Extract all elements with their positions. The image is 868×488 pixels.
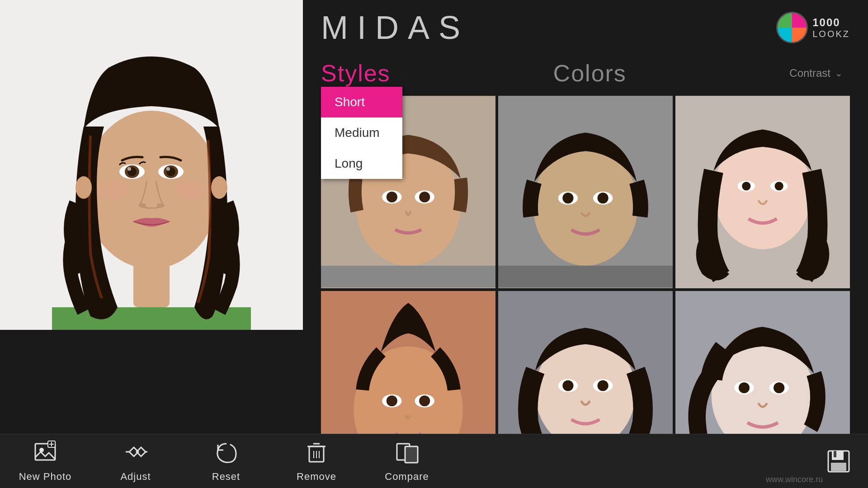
svg-point-55 xyxy=(739,382,750,393)
bottom-toolbar: New Photo Adjust Reset xyxy=(0,434,868,488)
photo-panel xyxy=(0,0,303,330)
contrast-dropdown[interactable]: Contrast ⌄ xyxy=(782,63,850,83)
svg-point-17 xyxy=(75,176,92,199)
svg-point-15 xyxy=(97,181,129,199)
styles-dropdown: Short Medium Long xyxy=(321,87,402,179)
reset-button[interactable]: Reset xyxy=(199,440,253,483)
svg-point-51 xyxy=(598,380,609,391)
svg-rect-85 xyxy=(405,446,418,463)
hair-style-item-3[interactable] xyxy=(675,96,850,288)
brand-logo-circle xyxy=(776,12,808,43)
svg-point-29 xyxy=(562,192,573,203)
compare-icon xyxy=(395,440,419,467)
svg-point-49 xyxy=(562,380,573,391)
new-photo-icon xyxy=(33,440,57,467)
brand-number: 1000 xyxy=(812,16,850,29)
svg-rect-32 xyxy=(498,266,673,287)
new-photo-label: New Photo xyxy=(19,471,72,483)
svg-point-36 xyxy=(742,182,750,190)
compare-button[interactable]: Compare xyxy=(380,440,434,483)
person-photo xyxy=(0,0,303,330)
chevron-down-icon: ⌄ xyxy=(835,68,843,79)
app-title: MIDAS xyxy=(321,9,469,46)
dropdown-medium[interactable]: Medium xyxy=(321,117,402,148)
svg-rect-25 xyxy=(321,266,495,287)
svg-point-42 xyxy=(387,395,397,406)
svg-point-22 xyxy=(387,192,397,202)
brand-name: LOOKZ xyxy=(812,29,850,39)
colors-tab[interactable]: Colors xyxy=(553,60,627,87)
person-svg xyxy=(0,0,303,330)
reset-icon xyxy=(214,440,238,467)
contrast-label: Contrast xyxy=(789,67,830,80)
compare-label: Compare xyxy=(385,471,429,483)
svg-point-31 xyxy=(598,192,609,203)
new-photo-button[interactable]: New Photo xyxy=(18,440,72,483)
adjust-button[interactable]: Adjust xyxy=(108,440,163,483)
svg-point-18 xyxy=(211,176,227,199)
svg-point-8 xyxy=(127,167,131,171)
save-icon xyxy=(827,450,850,473)
svg-rect-87 xyxy=(832,451,844,460)
adjust-label: Adjust xyxy=(120,471,151,483)
watermark: www.wincore.ru xyxy=(766,475,823,484)
svg-point-12 xyxy=(166,167,170,171)
brand-text: 1000 LOOKZ xyxy=(812,16,850,39)
reset-label: Reset xyxy=(212,471,240,483)
svg-point-24 xyxy=(419,192,430,202)
hair-style-item-2[interactable] xyxy=(498,96,673,288)
svg-point-38 xyxy=(775,182,783,190)
logo-area: MIDAS 1000 LOOKZ xyxy=(321,9,850,46)
category-row: Styles Short Medium Long Colors Contrast… xyxy=(321,60,850,87)
svg-rect-89 xyxy=(831,463,846,471)
svg-point-14 xyxy=(157,203,164,208)
right-panel: MIDAS 1000 LOOKZ Styles Short Medium Lon… xyxy=(303,0,868,434)
remove-button[interactable]: Remove xyxy=(289,440,344,483)
dropdown-short[interactable]: Short xyxy=(321,87,402,117)
brand-logo: 1000 LOOKZ xyxy=(776,12,850,43)
remove-label: Remove xyxy=(297,471,336,483)
styles-tab[interactable]: Styles xyxy=(321,60,391,87)
svg-point-57 xyxy=(774,382,784,393)
svg-point-16 xyxy=(174,181,206,199)
svg-point-13 xyxy=(139,203,146,208)
remove-icon xyxy=(305,440,328,467)
adjust-icon xyxy=(124,440,147,467)
dropdown-long[interactable]: Long xyxy=(321,148,402,179)
save-button[interactable] xyxy=(827,450,850,473)
svg-point-44 xyxy=(419,395,430,406)
svg-rect-88 xyxy=(834,451,836,457)
